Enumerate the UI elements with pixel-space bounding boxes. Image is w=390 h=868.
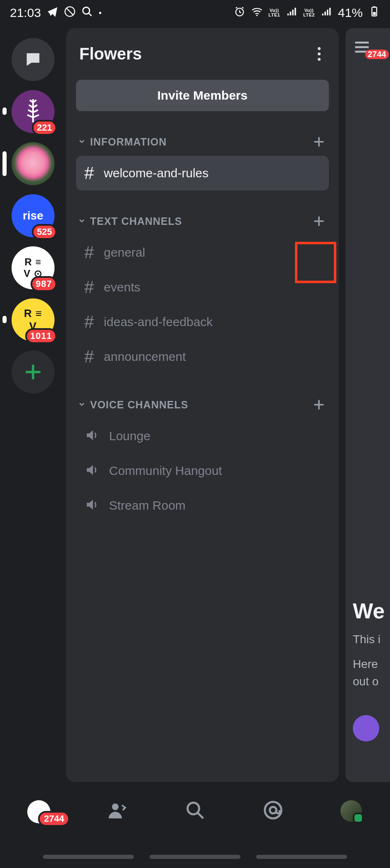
svg-line-1	[67, 8, 73, 14]
tab-friends[interactable]	[96, 800, 138, 820]
voice-channel-Stream Room[interactable]: Stream Room	[76, 488, 329, 523]
svg-point-5	[256, 14, 258, 16]
hash-icon: #	[84, 277, 94, 297]
svg-rect-7	[373, 12, 376, 15]
text-channel-events[interactable]: #events	[76, 270, 329, 305]
friends-icon	[107, 800, 127, 820]
welcome-line2: Here	[353, 656, 390, 673]
status-bar: 21:03 • Vo)) LTE1 Vo)) LTE2 41%	[0, 0, 390, 26]
text-channel-ideas-and-feedback[interactable]: #ideas-and-feedback	[76, 305, 329, 339]
voice-channel-Community Hangout[interactable]: Community Hangout	[76, 453, 329, 488]
sim1-label: Vo)) LTE1	[269, 8, 280, 17]
speaker-icon	[84, 428, 99, 444]
user-avatar	[340, 800, 362, 822]
home-badge: 2744	[38, 811, 70, 827]
hash-icon: #	[84, 312, 94, 332]
tab-home[interactable]: 2744	[18, 800, 59, 823]
chat-preview-sliver: 2744 We This i Here out o	[345, 28, 390, 782]
clock: 21:03	[10, 6, 41, 20]
welcome-line1: This i	[353, 631, 390, 648]
voice-channel-Lounge[interactable]: Lounge	[76, 419, 329, 453]
server-wheat[interactable]: 221	[12, 90, 55, 133]
server-rise[interactable]: rise525	[12, 194, 55, 237]
mentions-icon	[263, 800, 283, 820]
tab-mentions[interactable]	[252, 800, 294, 820]
add-channel-button[interactable]	[311, 213, 327, 229]
welcome-line3: out o	[353, 673, 390, 690]
unread-badge: 221	[32, 120, 57, 136]
dnd-icon	[64, 6, 76, 20]
server-dm[interactable]	[12, 38, 55, 81]
chat-mentions-badge: 2744	[365, 50, 389, 59]
channel-list-panel: Flowers Invite Members INFORMATION#welco…	[66, 28, 339, 782]
channel-name: Lounge	[109, 429, 150, 443]
gesture-bar	[150, 855, 240, 859]
battery-icon	[369, 6, 380, 20]
server-avatar-partial	[353, 715, 379, 742]
search-icon	[185, 800, 205, 820]
server-add[interactable]	[12, 351, 55, 393]
svg-point-2	[83, 7, 90, 14]
text-channel-announcement[interactable]: #announcement	[76, 339, 329, 374]
chevron-down-icon	[78, 399, 86, 411]
sim2-label: Vo)) LTE2	[303, 8, 315, 17]
channel-name: events	[104, 280, 140, 294]
unread-badge: 987	[31, 276, 57, 292]
plus-icon	[24, 362, 43, 382]
channel-name: Community Hangout	[109, 464, 222, 478]
unread-badge: 525	[32, 224, 57, 240]
server-title[interactable]: Flowers	[79, 45, 142, 63]
unread-badge: 1011	[25, 328, 57, 344]
category-header[interactable]: INFORMATION	[76, 128, 329, 156]
speaker-icon	[84, 497, 99, 514]
svg-line-3	[89, 13, 92, 16]
svg-line-11	[197, 813, 203, 818]
channel-name: announcement	[104, 350, 186, 364]
wifi-icon	[251, 6, 263, 20]
chevron-down-icon	[78, 215, 86, 227]
svg-point-10	[188, 803, 199, 814]
chat-bubble-icon	[24, 50, 43, 69]
search-status-icon	[81, 6, 93, 20]
server-revo2[interactable]: R ≡ V1011	[12, 298, 55, 341]
battery-text: 41%	[338, 6, 363, 20]
gesture-bar	[43, 855, 134, 859]
category-header[interactable]: VOICE CHANNELS	[76, 391, 329, 419]
welcome-heading-partial: We	[353, 599, 390, 623]
channel-name: general	[104, 246, 145, 260]
add-channel-button[interactable]	[311, 396, 327, 413]
signal2-icon	[321, 6, 332, 20]
hash-icon: #	[84, 163, 94, 183]
svg-point-9	[112, 804, 119, 810]
speaker-icon	[84, 463, 99, 479]
channel-name: ideas-and-feedback	[104, 315, 213, 329]
text-channel-general[interactable]: #general	[76, 235, 329, 270]
server-menu-button[interactable]	[312, 47, 326, 61]
add-channel-button[interactable]	[311, 134, 327, 150]
category-name: VOICE CHANNELS	[90, 399, 188, 411]
server-rail: 221rise525R ≡ V ⊙987R ≡ V1011	[0, 26, 66, 785]
text-channel-welcome-and-rules[interactable]: #welcome-and-rules	[76, 156, 329, 191]
tab-profile[interactable]	[331, 800, 372, 822]
dot-icon: •	[99, 8, 102, 18]
chevron-down-icon	[78, 136, 86, 148]
category-name: INFORMATION	[90, 136, 167, 148]
category-header[interactable]: TEXT CHANNELS	[76, 207, 329, 235]
signal1-icon	[286, 6, 297, 20]
tab-search[interactable]	[174, 800, 216, 820]
invite-members-button[interactable]: Invite Members	[76, 80, 329, 111]
channel-name: welcome-and-rules	[104, 166, 208, 180]
hash-icon: #	[84, 347, 94, 367]
telegram-icon	[47, 6, 58, 20]
server-revo1[interactable]: R ≡ V ⊙987	[12, 246, 55, 289]
svg-rect-8	[373, 6, 376, 7]
gesture-bar	[256, 855, 347, 859]
server-label: rise	[23, 209, 43, 222]
alarm-icon	[234, 6, 245, 20]
server-rose[interactable]	[12, 142, 55, 185]
category-name: TEXT CHANNELS	[90, 215, 182, 227]
hash-icon: #	[84, 243, 94, 262]
channel-name: Stream Room	[109, 498, 185, 513]
